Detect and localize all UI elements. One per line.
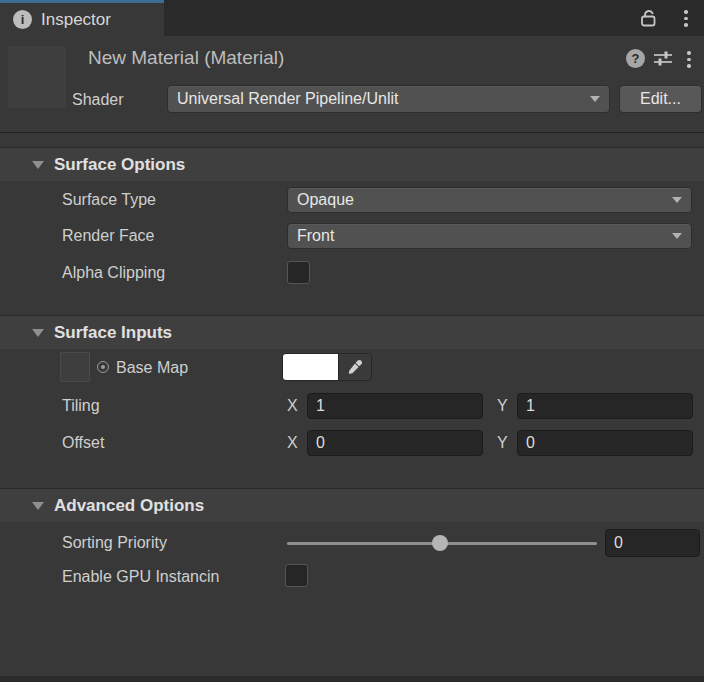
eyedropper-icon — [346, 358, 364, 376]
render-face-dropdown[interactable]: Front — [287, 223, 692, 249]
tiling-x-label: X — [287, 393, 298, 419]
shader-dropdown-value: Universal Render Pipeline/Unlit — [177, 90, 398, 108]
sorting-priority-slider-handle[interactable] — [432, 535, 448, 551]
section-title: Advanced Options — [54, 496, 204, 516]
object-picker-icon[interactable] — [97, 361, 109, 373]
offset-y-label: Y — [497, 430, 508, 456]
foldout-triangle-icon[interactable] — [32, 329, 44, 337]
base-map-label: Base Map — [116, 355, 188, 381]
base-map-texture-slot[interactable] — [60, 352, 90, 382]
section-title: Surface Options — [54, 155, 185, 175]
foldout-triangle-icon[interactable] — [32, 161, 44, 169]
base-map-color-swatch[interactable] — [283, 354, 338, 380]
offset-y-input[interactable] — [517, 430, 693, 456]
section-surface-inputs[interactable]: Surface Inputs — [0, 315, 704, 349]
material-preview-thumbnail[interactable] — [8, 46, 66, 108]
help-icon[interactable]: ? — [626, 49, 645, 68]
section-title: Surface Inputs — [54, 323, 172, 343]
tiling-y-input[interactable] — [517, 393, 693, 419]
tiling-x-input[interactable] — [307, 393, 483, 419]
gpu-instancing-label: Enable GPU Instancin — [62, 564, 284, 590]
shader-label: Shader — [72, 86, 124, 114]
sorting-priority-input[interactable] — [605, 529, 700, 557]
sorting-priority-label: Sorting Priority — [62, 529, 167, 557]
surface-type-dropdown[interactable]: Opaque — [287, 187, 692, 213]
tiling-label: Tiling — [62, 393, 100, 419]
offset-x-label: X — [287, 430, 298, 456]
surface-type-value: Opaque — [297, 191, 354, 209]
render-face-value: Front — [297, 227, 334, 245]
presets-icon[interactable] — [653, 50, 673, 67]
material-menu-kebab-icon[interactable] — [687, 51, 691, 68]
chevron-down-icon — [672, 197, 682, 203]
alpha-clipping-checkbox[interactable] — [287, 261, 310, 284]
unlock-icon[interactable] — [637, 7, 659, 29]
chevron-down-icon — [672, 233, 682, 239]
section-surface-options[interactable]: Surface Options — [0, 147, 704, 181]
surface-type-label: Surface Type — [62, 187, 156, 213]
panel-bottom-edge — [0, 676, 704, 682]
foldout-triangle-icon[interactable] — [32, 502, 44, 510]
inspector-panel: i Inspector New Material (Material) ? Sh… — [0, 0, 704, 682]
alpha-clipping-label: Alpha Clipping — [62, 260, 165, 286]
shader-edit-button[interactable]: Edit... — [619, 85, 702, 113]
offset-x-input[interactable] — [307, 430, 483, 456]
material-header: New Material (Material) ? Shader Univers… — [0, 36, 704, 133]
gpu-instancing-checkbox[interactable] — [285, 564, 308, 587]
tiling-y-label: Y — [497, 393, 508, 419]
tab-inspector[interactable]: i Inspector — [0, 0, 164, 36]
chevron-down-icon — [590, 96, 600, 102]
tab-bar: i Inspector — [0, 0, 704, 36]
eyedropper-button[interactable] — [338, 354, 371, 380]
section-advanced-options[interactable]: Advanced Options — [0, 488, 704, 522]
offset-label: Offset — [62, 430, 104, 456]
material-title: New Material (Material) — [88, 47, 284, 69]
tab-menu-kebab-icon[interactable] — [684, 10, 688, 27]
shader-dropdown[interactable]: Universal Render Pipeline/Unlit — [167, 85, 610, 113]
render-face-label: Render Face — [62, 223, 155, 249]
tab-label: Inspector — [41, 10, 111, 30]
base-map-color-control — [282, 353, 372, 381]
info-icon: i — [13, 10, 32, 29]
